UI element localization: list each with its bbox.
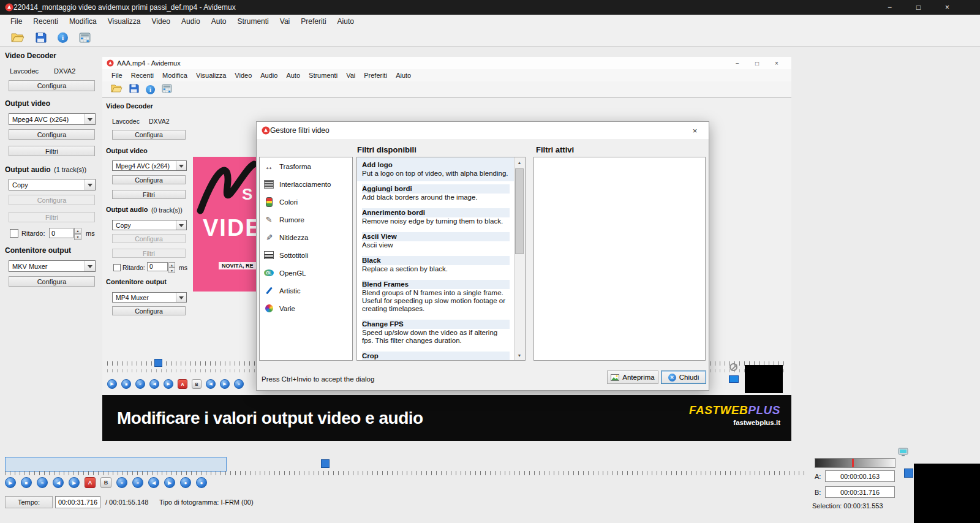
marker-a-time: 00:00:00.163 bbox=[825, 470, 895, 482]
category-icon bbox=[263, 304, 274, 314]
transport-button[interactable]: ◀ bbox=[53, 477, 64, 488]
menu-item[interactable]: Video bbox=[146, 17, 176, 26]
menu-item[interactable]: Modifica bbox=[64, 17, 102, 26]
transport-button: ▶ bbox=[107, 379, 117, 389]
dialog-close-button[interactable]: × bbox=[681, 122, 709, 139]
timeline-ruler[interactable] bbox=[5, 471, 809, 475]
hw-accel-name: DXVA2 bbox=[54, 67, 75, 75]
tempo-button[interactable]: Tempo: bbox=[5, 496, 53, 508]
video-configure-button[interactable]: Configura bbox=[9, 129, 95, 140]
preview-button[interactable]: Anteprima bbox=[607, 371, 658, 384]
muxer-select[interactable]: MKV Muxer bbox=[9, 260, 96, 272]
menu-item[interactable]: Vai bbox=[274, 17, 295, 26]
menu-item[interactable]: Auto bbox=[206, 17, 232, 26]
audio-codec-select[interactable]: Copy bbox=[9, 179, 96, 190]
main-transport-bar: ▶■«◀▶AB«»◀▶●● bbox=[5, 477, 207, 488]
muxer-select: MP4 Muxer bbox=[112, 292, 187, 303]
total-duration: / 00:01:55.148 bbox=[105, 499, 148, 506]
video-codec-select[interactable]: Mpeg4 AVC (x264) bbox=[9, 113, 96, 125]
transport-button[interactable]: A bbox=[85, 477, 96, 488]
category-label: Trasforma bbox=[279, 163, 311, 170]
category-label: OpenGL bbox=[279, 269, 306, 277]
menu-item: Video bbox=[230, 72, 256, 79]
video-filters-button[interactable]: Filtri bbox=[9, 146, 95, 156]
decoder-configure-button[interactable]: Configura bbox=[9, 80, 95, 91]
transport-button[interactable]: B bbox=[100, 477, 111, 488]
transport-button[interactable]: ◀ bbox=[148, 477, 159, 488]
main-menubar: FileRecentiModificaVisualizzaVideoAudioA… bbox=[0, 15, 980, 28]
save-icon bbox=[129, 84, 139, 95]
close-button[interactable]: × bbox=[933, 0, 962, 15]
category-icon bbox=[263, 286, 274, 296]
transport-button[interactable]: » bbox=[132, 477, 143, 488]
minimize-button[interactable]: − bbox=[875, 0, 904, 15]
muxer-configure-button[interactable]: Configura bbox=[9, 276, 95, 287]
filter-item[interactable]: Crop bbox=[357, 348, 514, 360]
transport-button[interactable]: ▶ bbox=[69, 477, 80, 488]
transport-button[interactable]: ● bbox=[196, 477, 207, 488]
output-video-heading: Output video bbox=[106, 147, 148, 154]
transport-button[interactable]: « bbox=[116, 477, 127, 488]
filter-category-row[interactable]: OpenGL bbox=[260, 264, 352, 282]
maximize-button[interactable]: □ bbox=[904, 0, 933, 15]
info-button[interactable]: i bbox=[56, 31, 69, 44]
audio-delay-input[interactable] bbox=[49, 228, 74, 238]
filter-item[interactable]: Ascii View Ascii view bbox=[357, 229, 514, 253]
audio-delay-checkbox[interactable] bbox=[10, 229, 18, 238]
filters-scrollbar[interactable]: ▲ ▼ bbox=[514, 157, 525, 360]
scroll-down-icon[interactable]: ▼ bbox=[514, 350, 524, 360]
close-dialog-button[interactable]: ✕ Chiudi bbox=[661, 371, 706, 384]
scrollbar-thumb[interactable] bbox=[515, 168, 524, 254]
transport-button[interactable]: ▶ bbox=[164, 477, 175, 488]
filter-category-row[interactable]: Trasforma bbox=[260, 157, 352, 175]
menu-item[interactable]: Aiuto bbox=[332, 17, 360, 26]
timeline-handle[interactable] bbox=[321, 459, 330, 468]
filter-category-row[interactable]: Artistic bbox=[260, 282, 352, 299]
available-filters-header: Filtri disponibili bbox=[357, 145, 417, 154]
avidemux-app-icon bbox=[262, 126, 270, 135]
menu-item: Recenti bbox=[127, 72, 158, 79]
menu-item[interactable]: Preferiti bbox=[295, 17, 331, 26]
video-banner: Modificare i valori output video e audio… bbox=[102, 395, 791, 441]
selection-duration: Selection: 00:00:31.553 bbox=[812, 502, 883, 510]
filter-category-row[interactable]: Interlacciamento bbox=[260, 175, 352, 193]
filter-category-row[interactable]: Colori bbox=[260, 193, 352, 211]
inner-preview-box bbox=[745, 365, 783, 393]
menu-item[interactable]: Visualizza bbox=[102, 17, 146, 26]
filter-category-row[interactable]: Nitidezza bbox=[260, 228, 352, 246]
tempo-time-input[interactable] bbox=[55, 496, 100, 508]
transport-button[interactable]: ■ bbox=[21, 477, 32, 488]
menu-item[interactable]: Audio bbox=[176, 17, 206, 26]
menu-item[interactable]: Recenti bbox=[28, 17, 64, 26]
filter-item[interactable]: Annerimento bordi Remove noisy edge by t… bbox=[357, 205, 514, 229]
filter-item[interactable]: Add logo Put a logo on top of video, wit… bbox=[357, 157, 514, 181]
picture-icon bbox=[611, 374, 619, 381]
inner-titlebar: AAA.mp4 - Avidemux − □ × bbox=[102, 57, 791, 70]
audio-delay-checkbox bbox=[113, 264, 121, 271]
menu-item[interactable]: File bbox=[5, 17, 28, 26]
filter-item[interactable]: Change FPS Speed up/slow down the video … bbox=[357, 317, 514, 348]
filter-description: Speed up/slow down the video as if alter… bbox=[362, 329, 510, 345]
open-file-button[interactable] bbox=[10, 31, 26, 44]
filter-description: Replace a section by black. bbox=[362, 265, 510, 273]
zoom-gradient-bar[interactable] bbox=[815, 458, 895, 468]
filter-category-row[interactable]: Varie bbox=[260, 299, 352, 317]
audio-delay-input bbox=[147, 262, 168, 271]
transport-button[interactable]: ▶ bbox=[5, 477, 16, 488]
calculator-button[interactable] bbox=[78, 31, 92, 44]
transport-button[interactable]: ● bbox=[180, 477, 191, 488]
scroll-up-icon[interactable]: ▲ bbox=[514, 157, 524, 167]
transport-button: B bbox=[192, 379, 202, 389]
filter-category-row[interactable]: Sottotitoli bbox=[260, 246, 352, 264]
filter-item[interactable]: Black Replace a section by black. bbox=[357, 253, 514, 277]
filter-category-row[interactable]: Rumore bbox=[260, 211, 352, 228]
frame-type-label: Tipo di fotogramma: I-FRM (00) bbox=[159, 499, 254, 506]
volume-slider-handle[interactable] bbox=[904, 468, 913, 478]
filter-item[interactable]: Aggiungi bordi Add black borders around … bbox=[357, 181, 514, 205]
filter-item[interactable]: Blend Frames Blend groups of N frames in… bbox=[357, 277, 514, 317]
save-button[interactable] bbox=[34, 31, 48, 44]
audio-delay-spinner[interactable]: ▲▼ bbox=[74, 228, 81, 240]
transport-button[interactable]: « bbox=[37, 477, 48, 488]
filter-name: Annerimento bordi bbox=[362, 208, 510, 217]
menu-item[interactable]: Strumenti bbox=[232, 17, 274, 26]
